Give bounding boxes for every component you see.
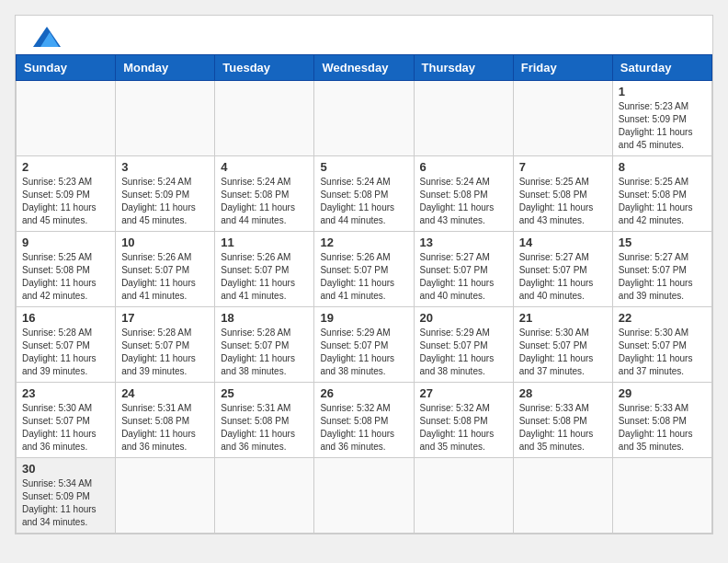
calendar-cell	[17, 81, 116, 156]
day-info: Sunrise: 5:26 AM Sunset: 5:07 PM Dayligh…	[221, 251, 308, 303]
day-number: 23	[22, 386, 109, 400]
calendar-cell: 28Sunrise: 5:33 AM Sunset: 5:08 PM Dayli…	[513, 383, 612, 458]
calendar-cell: 8Sunrise: 5:25 AM Sunset: 5:08 PM Daylig…	[612, 156, 711, 232]
day-info: Sunrise: 5:25 AM Sunset: 5:08 PM Dayligh…	[22, 251, 109, 303]
calendar-cell: 30Sunrise: 5:34 AM Sunset: 5:09 PM Dayli…	[17, 458, 116, 534]
calendar-page: SundayMondayTuesdayWednesdayThursdayFrid…	[15, 15, 713, 534]
calendar-cell: 26Sunrise: 5:32 AM Sunset: 5:08 PM Dayli…	[314, 383, 414, 458]
calendar-cell: 21Sunrise: 5:30 AM Sunset: 5:07 PM Dayli…	[513, 307, 612, 383]
weekday-header-sunday: Sunday	[17, 55, 116, 81]
logo	[30, 27, 61, 47]
day-info: Sunrise: 5:23 AM Sunset: 5:09 PM Dayligh…	[619, 100, 706, 152]
day-number: 16	[22, 311, 109, 325]
calendar-cell: 1Sunrise: 5:23 AM Sunset: 5:09 PM Daylig…	[612, 81, 711, 156]
day-number: 19	[320, 311, 407, 325]
day-number: 8	[619, 160, 706, 174]
day-info: Sunrise: 5:34 AM Sunset: 5:09 PM Dayligh…	[22, 477, 109, 529]
calendar-week-row: 30Sunrise: 5:34 AM Sunset: 5:09 PM Dayli…	[17, 458, 712, 534]
page-header	[16, 16, 712, 54]
day-info: Sunrise: 5:33 AM Sunset: 5:08 PM Dayligh…	[619, 402, 706, 454]
calendar-cell: 20Sunrise: 5:29 AM Sunset: 5:07 PM Dayli…	[414, 307, 513, 383]
calendar-week-row: 16Sunrise: 5:28 AM Sunset: 5:07 PM Dayli…	[17, 307, 712, 383]
day-number: 24	[121, 386, 209, 400]
day-info: Sunrise: 5:28 AM Sunset: 5:07 PM Dayligh…	[221, 327, 308, 378]
day-info: Sunrise: 5:32 AM Sunset: 5:08 PM Dayligh…	[420, 402, 507, 454]
calendar-week-row: 1Sunrise: 5:23 AM Sunset: 5:09 PM Daylig…	[17, 81, 712, 156]
calendar-cell: 4Sunrise: 5:24 AM Sunset: 5:08 PM Daylig…	[215, 156, 314, 232]
day-number: 12	[320, 236, 407, 249]
day-info: Sunrise: 5:24 AM Sunset: 5:08 PM Dayligh…	[320, 176, 407, 227]
calendar-cell	[116, 81, 215, 156]
day-number: 4	[221, 160, 308, 174]
day-number: 9	[22, 236, 109, 249]
calendar-cell	[116, 458, 215, 534]
day-number: 21	[519, 311, 607, 325]
calendar-cell: 29Sunrise: 5:33 AM Sunset: 5:08 PM Dayli…	[612, 383, 711, 458]
day-info: Sunrise: 5:24 AM Sunset: 5:08 PM Dayligh…	[221, 176, 308, 227]
calendar-cell: 2Sunrise: 5:23 AM Sunset: 5:09 PM Daylig…	[17, 156, 116, 232]
calendar-cell: 27Sunrise: 5:32 AM Sunset: 5:08 PM Dayli…	[414, 383, 513, 458]
calendar-cell	[513, 458, 612, 534]
weekday-header-tuesday: Tuesday	[215, 55, 314, 81]
calendar-cell: 15Sunrise: 5:27 AM Sunset: 5:07 PM Dayli…	[612, 232, 711, 307]
calendar-cell	[414, 81, 513, 156]
day-info: Sunrise: 5:23 AM Sunset: 5:09 PM Dayligh…	[22, 176, 109, 227]
day-number: 15	[619, 236, 706, 249]
calendar-cell: 16Sunrise: 5:28 AM Sunset: 5:07 PM Dayli…	[17, 307, 116, 383]
day-info: Sunrise: 5:30 AM Sunset: 5:07 PM Dayligh…	[22, 402, 109, 454]
calendar-cell	[612, 458, 711, 534]
calendar-cell: 3Sunrise: 5:24 AM Sunset: 5:09 PM Daylig…	[116, 156, 215, 232]
day-number: 3	[121, 160, 209, 174]
calendar-cell: 18Sunrise: 5:28 AM Sunset: 5:07 PM Dayli…	[215, 307, 314, 383]
day-number: 22	[619, 311, 706, 325]
day-number: 28	[519, 386, 607, 400]
day-info: Sunrise: 5:30 AM Sunset: 5:07 PM Dayligh…	[619, 327, 706, 378]
calendar-cell	[513, 81, 612, 156]
day-info: Sunrise: 5:29 AM Sunset: 5:07 PM Dayligh…	[420, 327, 507, 378]
calendar-week-row: 23Sunrise: 5:30 AM Sunset: 5:07 PM Dayli…	[17, 383, 712, 458]
day-number: 29	[619, 386, 706, 400]
day-info: Sunrise: 5:32 AM Sunset: 5:08 PM Dayligh…	[320, 402, 407, 454]
day-number: 11	[221, 236, 308, 249]
day-number: 6	[420, 160, 507, 174]
day-info: Sunrise: 5:31 AM Sunset: 5:08 PM Dayligh…	[221, 402, 308, 454]
day-info: Sunrise: 5:26 AM Sunset: 5:07 PM Dayligh…	[121, 251, 209, 303]
day-info: Sunrise: 5:27 AM Sunset: 5:07 PM Dayligh…	[420, 251, 507, 303]
calendar-week-row: 2Sunrise: 5:23 AM Sunset: 5:09 PM Daylig…	[17, 156, 712, 232]
weekday-header-saturday: Saturday	[612, 55, 711, 81]
day-number: 17	[121, 311, 209, 325]
day-number: 5	[320, 160, 407, 174]
day-info: Sunrise: 5:29 AM Sunset: 5:07 PM Dayligh…	[320, 327, 407, 378]
calendar-cell	[314, 81, 414, 156]
calendar-cell: 23Sunrise: 5:30 AM Sunset: 5:07 PM Dayli…	[17, 383, 116, 458]
day-info: Sunrise: 5:24 AM Sunset: 5:09 PM Dayligh…	[121, 176, 209, 227]
logo-icon	[33, 27, 61, 47]
weekday-header-thursday: Thursday	[414, 55, 513, 81]
day-number: 7	[519, 160, 607, 174]
day-number: 10	[121, 236, 209, 249]
calendar-cell	[314, 458, 414, 534]
day-number: 27	[420, 386, 507, 400]
calendar-cell	[215, 81, 314, 156]
day-info: Sunrise: 5:24 AM Sunset: 5:08 PM Dayligh…	[420, 176, 507, 227]
calendar-cell: 14Sunrise: 5:27 AM Sunset: 5:07 PM Dayli…	[513, 232, 612, 307]
day-info: Sunrise: 5:30 AM Sunset: 5:07 PM Dayligh…	[519, 327, 607, 378]
weekday-header-wednesday: Wednesday	[314, 55, 414, 81]
day-number: 20	[420, 311, 507, 325]
weekday-header-monday: Monday	[116, 55, 215, 81]
day-info: Sunrise: 5:28 AM Sunset: 5:07 PM Dayligh…	[121, 327, 209, 378]
calendar-cell: 22Sunrise: 5:30 AM Sunset: 5:07 PM Dayli…	[612, 307, 711, 383]
calendar-cell: 5Sunrise: 5:24 AM Sunset: 5:08 PM Daylig…	[314, 156, 414, 232]
calendar-cell: 10Sunrise: 5:26 AM Sunset: 5:07 PM Dayli…	[116, 232, 215, 307]
calendar-cell: 25Sunrise: 5:31 AM Sunset: 5:08 PM Dayli…	[215, 383, 314, 458]
calendar-week-row: 9Sunrise: 5:25 AM Sunset: 5:08 PM Daylig…	[17, 232, 712, 307]
calendar-cell: 24Sunrise: 5:31 AM Sunset: 5:08 PM Dayli…	[116, 383, 215, 458]
day-number: 14	[519, 236, 607, 249]
calendar-cell: 12Sunrise: 5:26 AM Sunset: 5:07 PM Dayli…	[314, 232, 414, 307]
day-number: 25	[221, 386, 308, 400]
weekday-header-friday: Friday	[513, 55, 612, 81]
calendar-cell: 19Sunrise: 5:29 AM Sunset: 5:07 PM Dayli…	[314, 307, 414, 383]
calendar-table: SundayMondayTuesdayWednesdayThursdayFrid…	[16, 54, 712, 534]
day-info: Sunrise: 5:25 AM Sunset: 5:08 PM Dayligh…	[619, 176, 706, 227]
calendar-cell: 13Sunrise: 5:27 AM Sunset: 5:07 PM Dayli…	[414, 232, 513, 307]
